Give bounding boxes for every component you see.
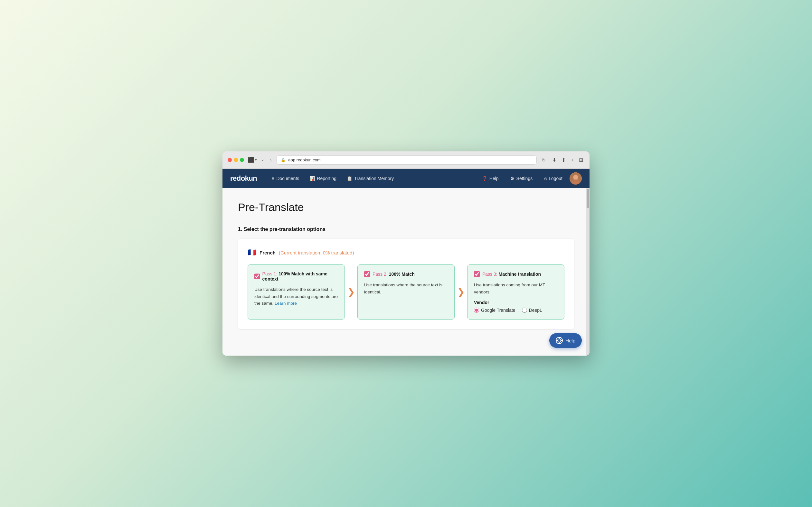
nav-item-documents[interactable]: ≡ Documents bbox=[267, 173, 304, 184]
pass-1-description: Use translations where the source text i… bbox=[254, 286, 338, 307]
nav-tm-label: Translation Memory bbox=[354, 176, 394, 181]
pass-3-description: Use translations coming from our MT vend… bbox=[474, 282, 558, 295]
translation-memory-icon: 📋 bbox=[347, 176, 352, 181]
french-flag: 🇫🇷 bbox=[248, 248, 256, 257]
arrow-1: ❯ bbox=[345, 265, 357, 320]
scrollbar-track[interactable] bbox=[586, 188, 589, 356]
app-container: redokun ≡ Documents 📊 Reporting 📋 Transl… bbox=[223, 169, 589, 356]
new-tab-button[interactable]: + bbox=[570, 156, 575, 164]
nav-logout-button[interactable]: ⎋ Logout bbox=[540, 173, 567, 184]
pass-2-label: Pass 2: bbox=[373, 272, 388, 277]
page-content: Pre-Translate 1. Select the pre-translat… bbox=[223, 188, 589, 356]
help-icon: ❓ bbox=[482, 176, 488, 181]
vendor-label: Vendor bbox=[474, 300, 558, 305]
nav-logo: redokun bbox=[230, 174, 257, 183]
documents-icon: ≡ bbox=[272, 176, 274, 181]
pass-1-checkbox[interactable] bbox=[254, 274, 260, 279]
pass-2-checkbox[interactable] bbox=[364, 271, 370, 277]
nav-settings-label: Settings bbox=[516, 176, 533, 181]
lock-icon: 🔒 bbox=[281, 158, 286, 162]
pass-2-card: Pass 2: 100% Match Use translations wher… bbox=[357, 265, 455, 320]
nav-logout-label: Logout bbox=[549, 176, 562, 181]
vendor-google-label: Google Translate bbox=[481, 307, 515, 313]
browser-dots bbox=[228, 158, 244, 162]
nav-right: ❓ Help ⚙ Settings ⎋ Logout bbox=[478, 172, 582, 184]
chevron-right-icon-2: ❯ bbox=[457, 287, 464, 297]
svg-point-3 bbox=[573, 175, 578, 179]
pass-1-card: Pass 1: 100% Match with same context Use… bbox=[248, 265, 345, 320]
pass-1-title: Pass 1: 100% Match with same context bbox=[262, 271, 338, 282]
share-button[interactable]: ⬆ bbox=[560, 156, 567, 164]
avatar bbox=[570, 172, 582, 184]
options-card: 🇫🇷 French (Current translation: 0% trans… bbox=[238, 239, 574, 329]
pass-2-title: Pass 2: 100% Match bbox=[373, 272, 415, 277]
maximize-dot[interactable] bbox=[240, 158, 244, 162]
passes-container: Pass 1: 100% Match with same context Use… bbox=[248, 265, 564, 320]
vendor-section: Vendor Google Translate Deep bbox=[474, 300, 558, 313]
forward-button[interactable]: › bbox=[269, 157, 273, 163]
browser-chrome: ⬛ ▾ ‹ › 🔒 app.redokun.com ↻ ⬇ ⬆ + ⊞ bbox=[223, 151, 589, 169]
pass-1-label: Pass 1: bbox=[262, 271, 277, 276]
pass-3-header: Pass 3: Machine translation bbox=[474, 271, 558, 277]
section-heading: 1. Select the pre-translation options bbox=[238, 226, 574, 232]
chevron-right-icon-1: ❯ bbox=[348, 287, 355, 297]
pass-1-header: Pass 1: 100% Match with same context bbox=[254, 271, 338, 282]
vendor-options: Google Translate DeepL bbox=[474, 307, 558, 313]
nav-bar: redokun ≡ Documents 📊 Reporting 📋 Transl… bbox=[223, 169, 589, 188]
help-fab-label: Help bbox=[565, 338, 575, 343]
vendor-deepl-radio[interactable] bbox=[522, 307, 527, 313]
nav-item-translation-memory[interactable]: 📋 Translation Memory bbox=[342, 173, 398, 184]
back-button[interactable]: ‹ bbox=[261, 157, 265, 163]
minimize-dot[interactable] bbox=[234, 158, 238, 162]
pass-2-description: Use translations where the source text i… bbox=[364, 282, 448, 295]
browser-actions: ⬇ ⬆ + ⊞ bbox=[551, 156, 584, 164]
close-dot[interactable] bbox=[228, 158, 232, 162]
scrollbar-thumb[interactable] bbox=[586, 189, 589, 208]
vendor-deepl-option[interactable]: DeepL bbox=[522, 307, 542, 313]
vendor-google-radio[interactable] bbox=[474, 307, 479, 313]
content-area: Pre-Translate 1. Select the pre-translat… bbox=[223, 188, 589, 356]
sidebar-icon: ⬛ bbox=[248, 157, 254, 163]
url-text: app.redokun.com bbox=[288, 158, 320, 162]
nav-reporting-label: Reporting bbox=[317, 176, 336, 181]
page-title: Pre-Translate bbox=[238, 201, 574, 214]
main-scroll-area: Pre-Translate 1. Select the pre-translat… bbox=[223, 188, 589, 356]
grid-button[interactable]: ⊞ bbox=[578, 156, 584, 164]
nav-help-label: Help bbox=[489, 176, 499, 181]
nav-item-reporting[interactable]: 📊 Reporting bbox=[305, 173, 341, 184]
chevron-down-icon: ▾ bbox=[255, 158, 257, 162]
pass-3-checkbox[interactable] bbox=[474, 271, 480, 277]
vendor-google-option[interactable]: Google Translate bbox=[474, 307, 515, 313]
download-button[interactable]: ⬇ bbox=[551, 156, 558, 164]
pass-3-label: Pass 3: bbox=[482, 272, 497, 277]
help-fab-icon bbox=[556, 337, 563, 344]
pass-3-card: Pass 3: Machine translation Use translat… bbox=[467, 265, 564, 320]
pass-2-header: Pass 2: 100% Match bbox=[364, 271, 448, 277]
nav-settings-button[interactable]: ⚙ Settings bbox=[506, 173, 537, 184]
language-name: French bbox=[259, 250, 275, 256]
svg-point-5 bbox=[558, 339, 561, 342]
language-header: 🇫🇷 French (Current translation: 0% trans… bbox=[248, 248, 564, 257]
settings-icon: ⚙ bbox=[510, 176, 514, 181]
pass-3-name: Machine translation bbox=[499, 272, 541, 277]
sidebar-toggle-button[interactable]: ⬛ ▾ bbox=[248, 157, 257, 163]
logout-icon: ⎋ bbox=[544, 176, 547, 181]
reload-button[interactable]: ↻ bbox=[541, 157, 547, 163]
language-status: (Current translation: 0% translated) bbox=[279, 250, 354, 256]
pass-1-learn-more-link[interactable]: Learn more bbox=[275, 301, 297, 306]
pass-3-title: Pass 3: Machine translation bbox=[482, 272, 541, 277]
reporting-icon: 📊 bbox=[309, 176, 315, 181]
address-bar[interactable]: 🔒 app.redokun.com bbox=[276, 155, 537, 165]
nav-documents-label: Documents bbox=[276, 176, 299, 181]
browser-window: ⬛ ▾ ‹ › 🔒 app.redokun.com ↻ ⬇ ⬆ + ⊞ redo… bbox=[223, 151, 589, 356]
pass-2-name: 100% Match bbox=[389, 272, 415, 277]
vendor-deepl-label: DeepL bbox=[529, 307, 542, 313]
arrow-2: ❯ bbox=[455, 265, 467, 320]
nav-help-button[interactable]: ❓ Help bbox=[478, 173, 503, 184]
help-fab-button[interactable]: Help bbox=[549, 333, 582, 348]
nav-items: ≡ Documents 📊 Reporting 📋 Translation Me… bbox=[267, 173, 475, 184]
